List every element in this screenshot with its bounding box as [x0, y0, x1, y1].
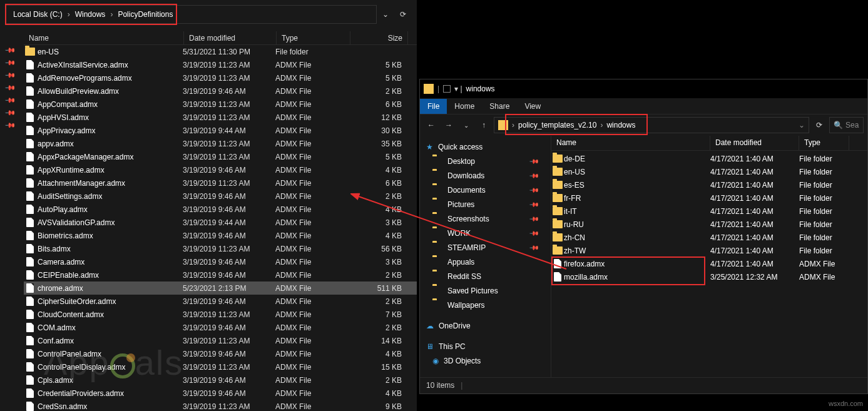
- refresh-button[interactable]: ⟳: [394, 6, 412, 23]
- search-box[interactable]: 🔍Sea: [829, 117, 864, 133]
- address-bar[interactable]: › policy_templates_v2.10 › windows ⌄: [494, 117, 809, 133]
- file-date: 3/19/2019 11:23 AM: [183, 140, 275, 148]
- forward-button[interactable]: →: [441, 118, 456, 133]
- sidebar-this-pc[interactable]: 🖥This PC: [420, 339, 551, 353]
- file-row[interactable]: de-DE 4/17/2021 1:40 AM File folder: [551, 152, 867, 165]
- file-icon: [551, 259, 564, 268]
- file-row[interactable]: it-IT 4/17/2021 1:40 AM File folder: [551, 205, 867, 218]
- pin-icon[interactable]: 📌: [4, 57, 16, 69]
- column-header-size[interactable]: Size: [350, 31, 408, 44]
- pin-icon[interactable]: 📌: [4, 107, 16, 119]
- file-row[interactable]: firefox.admx 4/17/2021 1:40 AM ADMX File: [551, 257, 867, 270]
- file-type: ADMX File: [275, 192, 349, 201]
- file-row[interactable]: AuditSettings.admx 3/19/2019 9:46 AM ADM…: [24, 190, 417, 203]
- file-row[interactable]: appv.admx 3/19/2019 11:23 AM ADMX File 3…: [24, 137, 417, 150]
- pin-icon[interactable]: 📌: [4, 44, 16, 56]
- sidebar-item[interactable]: Documents📌: [420, 183, 551, 197]
- file-row[interactable]: fr-FR 4/17/2021 1:40 AM File folder: [551, 191, 867, 205]
- breadcrumb-segment[interactable]: windows: [606, 121, 635, 129]
- pin-icon[interactable]: 📌: [4, 119, 16, 131]
- file-row[interactable]: Bits.admx 3/19/2019 11:23 AM ADMX File 5…: [24, 242, 417, 255]
- column-header-date[interactable]: Date modified: [710, 136, 799, 150]
- sidebar-onedrive[interactable]: ☁OneDrive: [420, 318, 551, 333]
- column-header-name[interactable]: Name: [24, 31, 184, 44]
- file-row[interactable]: CredentialProviders.admx 3/19/2019 9:46 …: [24, 387, 417, 400]
- file-row[interactable]: chrome.admx 5/23/2021 2:13 PM ADMX File …: [24, 282, 417, 295]
- file-row[interactable]: es-ES 4/17/2021 1:40 AM File folder: [551, 178, 867, 191]
- file-row[interactable]: AppXRuntime.admx 3/19/2019 9:46 AM ADMX …: [24, 163, 417, 176]
- file-row[interactable]: AddRemovePrograms.admx 3/19/2019 11:23 A…: [24, 71, 417, 84]
- file-row[interactable]: AVSValidationGP.admx 3/19/2019 9:44 AM A…: [24, 216, 417, 229]
- file-row[interactable]: ActiveXInstallService.admx 3/19/2019 11:…: [24, 58, 417, 71]
- pin-icon[interactable]: 📌: [4, 69, 16, 81]
- refresh-button[interactable]: ⟳: [812, 118, 827, 133]
- sidebar-item[interactable]: Wallpapers: [420, 298, 551, 312]
- file-row[interactable]: mozilla.admx 3/25/2021 12:32 AM ADMX Fil…: [551, 270, 867, 283]
- sidebar-item[interactable]: STEAMRIP📌: [420, 240, 551, 255]
- file-type: ADMX File: [275, 100, 349, 109]
- file-row[interactable]: CEIPEnable.admx 3/19/2019 9:46 AM ADMX F…: [24, 268, 417, 282]
- file-row[interactable]: zh-CN 4/17/2021 1:40 AM File folder: [551, 231, 867, 244]
- file-date: 5/23/2021 2:13 PM: [183, 284, 275, 293]
- sidebar-item[interactable]: WORK📌: [420, 226, 551, 240]
- file-row[interactable]: AppxPackageManager.admx 3/19/2019 11:23 …: [24, 150, 417, 163]
- folder-icon: [498, 120, 508, 130]
- sidebar-item[interactable]: Saved Pictures: [420, 283, 551, 298]
- file-row[interactable]: AutoPlay.admx 3/19/2019 9:46 AM ADMX Fil…: [24, 203, 417, 216]
- file-row[interactable]: Camera.admx 3/19/2019 9:46 AM ADMX File …: [24, 255, 417, 268]
- sidebar-item[interactable]: Downloads📌: [420, 168, 551, 183]
- tab-home[interactable]: Home: [447, 99, 482, 114]
- column-header-type[interactable]: Type: [799, 136, 849, 150]
- sidebar-item[interactable]: Reddit SS: [420, 269, 551, 283]
- file-row[interactable]: AllowBuildPreview.admx 3/19/2019 9:46 AM…: [24, 84, 417, 98]
- breadcrumb-segment[interactable]: PolicyDefinitions: [114, 6, 176, 23]
- column-header-name[interactable]: Name: [551, 136, 710, 150]
- sidebar-label: Documents: [447, 186, 486, 195]
- address-bar[interactable]: Local Disk (C:) › Windows › PolicyDefini…: [5, 5, 377, 24]
- breadcrumb-segment[interactable]: Windows: [71, 6, 110, 23]
- pin-icon[interactable]: 📌: [4, 94, 16, 106]
- sidebar-3d-objects[interactable]: ◉3D Objects: [420, 353, 551, 368]
- pin-icon[interactable]: 📌: [4, 82, 16, 94]
- file-row[interactable]: AppHVSI.admx 3/19/2019 11:23 AM ADMX Fil…: [24, 111, 417, 124]
- sidebar-item[interactable]: Appuals: [420, 255, 551, 269]
- breadcrumb-segment[interactable]: policy_templates_v2.10: [518, 121, 596, 129]
- file-row[interactable]: Biometrics.admx 3/19/2019 9:46 AM ADMX F…: [24, 229, 417, 242]
- folder-icon: [432, 185, 442, 195]
- status-bar: 10 items|: [420, 377, 867, 392]
- file-row[interactable]: COM.admx 3/19/2019 9:46 AM ADMX File 2 K…: [24, 321, 417, 334]
- breadcrumb-segment[interactable]: Local Disk (C:): [9, 6, 66, 23]
- file-row[interactable]: AppCompat.admx 3/19/2019 11:23 AM ADMX F…: [24, 98, 417, 111]
- tab-file[interactable]: File: [420, 99, 447, 114]
- file-row[interactable]: CredSsn.admx 3/19/2019 11:23 AM ADMX Fil…: [24, 400, 417, 411]
- file-row[interactable]: CloudContent.admx 3/19/2019 11:23 AM ADM…: [24, 308, 417, 321]
- file-row[interactable]: CipherSuiteOrder.admx 3/19/2019 9:46 AM …: [24, 295, 417, 308]
- checkbox-icon[interactable]: [443, 85, 451, 93]
- up-button[interactable]: ↑: [476, 118, 491, 133]
- title-bar[interactable]: | ▾ | windows: [420, 79, 867, 98]
- file-row[interactable]: en-US 5/31/2021 11:30 PM File folder: [24, 45, 417, 58]
- file-row[interactable]: zh-TW 4/17/2021 1:40 AM File folder: [551, 244, 867, 257]
- pin-icon: 📌: [529, 199, 539, 209]
- file-name: AppXRuntime.admx: [36, 166, 183, 175]
- file-type: ADMX File: [275, 113, 349, 122]
- file-row[interactable]: AppPrivacy.admx 3/19/2019 9:44 AM ADMX F…: [24, 124, 417, 137]
- sidebar-item[interactable]: Desktop📌: [420, 154, 551, 168]
- file-row[interactable]: en-US 4/17/2021 1:40 AM File folder: [551, 165, 867, 178]
- file-row[interactable]: AttachmentManager.admx 3/19/2019 11:23 A…: [24, 176, 417, 190]
- back-button[interactable]: ←: [424, 118, 439, 133]
- file-name: CloudContent.admx: [36, 310, 183, 319]
- tab-share[interactable]: Share: [482, 99, 517, 114]
- file-row[interactable]: ru-RU 4/17/2021 1:40 AM File folder: [551, 218, 867, 231]
- file-size: 2 KB: [349, 376, 402, 385]
- sidebar-label: WORK: [447, 229, 471, 238]
- sidebar-item[interactable]: Pictures📌: [420, 197, 551, 211]
- tab-view[interactable]: View: [517, 99, 548, 114]
- file-size: 4 KB: [349, 205, 402, 214]
- sidebar-quick-access[interactable]: ★Quick access: [420, 140, 551, 154]
- recent-dropdown[interactable]: ⌄: [459, 118, 474, 133]
- column-header-date[interactable]: Date modified: [184, 31, 277, 44]
- sidebar-item[interactable]: Screenshots📌: [420, 211, 551, 226]
- column-header-type[interactable]: Type: [277, 31, 350, 44]
- history-dropdown-button[interactable]: ⌄: [377, 6, 394, 23]
